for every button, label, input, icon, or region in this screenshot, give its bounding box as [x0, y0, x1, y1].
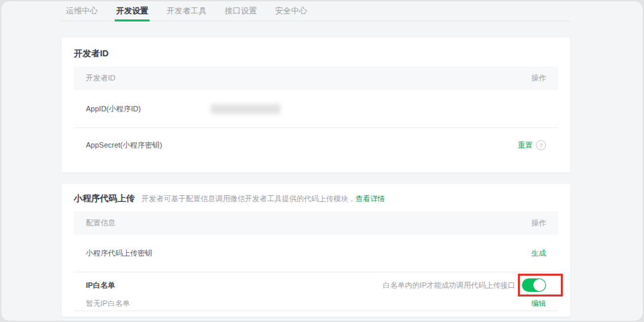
- upload-key-row: 小程序代码上传密钥 生成: [74, 235, 558, 272]
- ip-whitelist-hint: 白名单内的IP才能成功调用代码上传接口: [383, 280, 515, 290]
- mini-program-admin-console: { "colors": { "link_green": "#139a52", "…: [0, 0, 644, 322]
- appsecret-label: AppSecret(小程序密钥): [86, 140, 162, 150]
- code-upload-description-text: 开发者可基于配置信息调用微信开发者工具提供的代码上传模块，: [142, 195, 356, 203]
- code-upload-title-row: 小程序代码上传 开发者可基于配置信息调用微信开发者工具提供的代码上传模块，查看详…: [74, 184, 558, 205]
- tab-developer-tools[interactable]: 开发者工具: [166, 1, 207, 21]
- developer-id-card: 开发者ID 开发者ID 操作 AppID(小程序ID) AppSecret(小程…: [62, 38, 570, 172]
- tab-api-settings[interactable]: 接口设置: [225, 1, 257, 21]
- code-upload-title: 小程序代码上传: [74, 193, 135, 205]
- code-upload-card: 小程序代码上传 开发者可基于配置信息调用微信开发者工具提供的代码上传模块，查看详…: [62, 184, 570, 317]
- view-details-link[interactable]: 查看详情: [356, 195, 385, 203]
- tab-development-settings[interactable]: 开发设置: [116, 1, 148, 21]
- appsecret-row: AppSecret(小程序密钥) 重置 ?: [74, 128, 558, 162]
- config-action-header: 操作: [531, 218, 546, 228]
- toggle-knob: [533, 279, 545, 291]
- generate-key-link[interactable]: 生成: [531, 248, 546, 258]
- top-tabbar: 运维中心 开发设置 开发者工具 接口设置 安全中心: [60, 1, 570, 21]
- developer-id-header-action: 操作: [531, 73, 546, 83]
- code-upload-description: 开发者可基于配置信息调用微信开发者工具提供的代码上传模块，查看详情: [142, 194, 385, 204]
- developer-id-header-name: 开发者ID: [86, 73, 115, 83]
- config-info-header: 配置信息: [86, 218, 115, 228]
- tab-operations-center[interactable]: 运维中心: [66, 1, 98, 21]
- developer-id-table-header: 开发者ID 操作: [74, 66, 558, 90]
- question-circle-icon[interactable]: ?: [536, 140, 546, 150]
- row-divider: [74, 311, 558, 311]
- ip-whitelist-label: IP白名单: [86, 280, 129, 290]
- ip-whitelist-empty-text: 暂无IP白名单: [86, 299, 129, 309]
- settings-page: 运维中心 开发设置 开发者工具 接口设置 安全中心 开发者ID 开发者ID 操作…: [1, 1, 643, 321]
- appid-label: AppID(小程序ID): [86, 104, 141, 114]
- code-upload-table-header: 配置信息 操作: [74, 211, 558, 235]
- appid-row: AppID(小程序ID): [74, 90, 558, 127]
- developer-id-title: 开发者ID: [74, 38, 558, 60]
- edit-whitelist-link[interactable]: 编辑: [531, 299, 546, 309]
- appid-value-redacted: [211, 104, 280, 114]
- tab-security-center[interactable]: 安全中心: [275, 1, 307, 21]
- ip-whitelist-toggle[interactable]: [522, 278, 546, 292]
- reset-appsecret-link[interactable]: 重置: [518, 140, 533, 150]
- upload-key-label: 小程序代码上传密钥: [86, 248, 152, 258]
- ip-whitelist-row: IP白名单 暂无IP白名单 白名单内的IP才能成功调用代码上传接口 编辑: [74, 272, 558, 311]
